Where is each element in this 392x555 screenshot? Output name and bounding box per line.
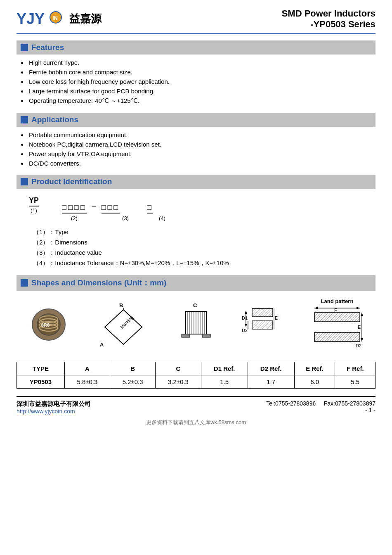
logo-graphic: YJY IN	[17, 8, 66, 29]
diagram-boxes-2: □□□□	[62, 203, 87, 213]
land-pattern-svg: F E D2	[310, 306, 364, 351]
diagram-num-3: (3)	[109, 215, 142, 221]
svg-rect-23	[182, 334, 190, 337]
applications-title: Applications	[31, 115, 78, 124]
product-id-section-header: Product Identification	[17, 175, 375, 189]
website-link[interactable]: http://www.yjycoin.com	[17, 408, 75, 415]
svg-rect-42	[314, 332, 360, 342]
svg-marker-27	[245, 324, 247, 327]
cell-e: 6.0	[294, 375, 335, 389]
cell-type: YP0503	[17, 375, 65, 389]
app-item-3: Power supply for VTR,OA equipment.	[17, 149, 375, 159]
top-view-svg: Marking	[97, 306, 150, 348]
product-line1: SMD Power Inductors	[282, 8, 375, 19]
feature-item-3: Low core loss for high frequency power a…	[17, 77, 375, 86]
cell-f: 5.5	[335, 375, 375, 389]
svg-marker-26	[245, 311, 247, 314]
logo-cn-text: 益嘉源	[69, 12, 102, 26]
footer-right: Tel:0755-27803896 Fax:0755-27803897 - 1 …	[266, 400, 375, 413]
col-f: F Ref.	[335, 362, 375, 375]
company-name: 深圳市益嘉源电子有限公司	[17, 400, 91, 408]
feature-item-2: Ferrite bobbin core and compact size.	[17, 67, 375, 77]
col-a: A	[64, 362, 110, 375]
svg-marker-38	[314, 307, 318, 309]
table-row: YP0503 5.8±0.3 5.2±0.3 3.2±0.3 1.5 1.7 6…	[17, 375, 375, 389]
diagram-cell-1: YP (1)	[29, 196, 39, 213]
diagram-row: YP (1) □□□□ − □□□ □	[29, 196, 375, 213]
svg-rect-29	[252, 308, 273, 317]
col-c: C	[156, 362, 201, 375]
fax-text: Fax:0755-27803897	[324, 400, 375, 407]
feature-item-5: Operating temperature:-40℃ ～+125℃.	[17, 96, 375, 106]
tel-text: Tel:0755-27803896	[266, 400, 316, 407]
land-pattern-diagram: Land pattern F E D2	[310, 298, 364, 352]
cell-d1: 1.5	[201, 375, 248, 389]
app-item-1: Portable communication equipment.	[17, 130, 375, 140]
shapes-title: Shapes and Dimensions (Unit：mm)	[31, 278, 166, 288]
side-view-diagram: C	[177, 302, 215, 348]
col-d1: D1 Ref.	[201, 362, 248, 375]
applications-section-header: Applications	[17, 113, 375, 127]
cell-c: 3.2±0.3	[156, 375, 201, 389]
dimensions-table: TYPE A B C D1 Ref. D2 Ref. E Ref. F Ref.…	[17, 362, 375, 389]
svg-marker-45	[361, 338, 363, 342]
product-line2: -YP0503 Series	[282, 19, 375, 30]
cell-b: 5.2±0.3	[110, 375, 156, 389]
svg-rect-30	[252, 321, 273, 329]
page-footer: 深圳市益嘉源电子有限公司 http://www.yjycoin.com Tel:…	[17, 396, 375, 415]
blue-square-icon-3	[21, 178, 28, 185]
svg-text:6R8: 6R8	[41, 323, 50, 327]
app-item-4: DC/DC converters.	[17, 159, 375, 168]
col-d2: D2 Ref.	[248, 362, 294, 375]
table-header-row: TYPE A B C D1 Ref. D2 Ref. E Ref. F Ref.	[17, 362, 375, 375]
inductor-photo: 6R8	[28, 306, 69, 344]
svg-text:IN: IN	[52, 15, 58, 21]
side-view-svg	[179, 307, 213, 344]
app-item-2: Notebook PC,digital carmera,LCD televisi…	[17, 140, 375, 149]
svg-text:D1: D1	[242, 315, 248, 320]
land-pattern-label: Land pattern	[310, 298, 364, 304]
product-id-details: （1）：Type （2）：Dimensions （3）：Inductance v…	[33, 227, 375, 268]
front-view-svg: D1 E D2	[242, 302, 283, 346]
svg-text:E: E	[275, 315, 278, 320]
detail-row-4: （4）：Inductance Tolerance：N=±30%,M=±20%，L…	[33, 258, 375, 268]
cell-a: 5.8±0.3	[64, 375, 110, 389]
detail-row-2: （2）：Dimensions	[33, 237, 375, 248]
diagram-box-4: □	[147, 203, 153, 213]
col-e: E Ref.	[294, 362, 335, 375]
product-id-diagram: YP (1) □□□□ − □□□ □ (2) (3) (4)	[29, 196, 375, 221]
blue-square-icon	[21, 44, 28, 51]
diagram-num-2: (2)	[54, 215, 95, 221]
svg-text:F: F	[334, 308, 337, 313]
page-number: - 1 -	[365, 407, 375, 413]
features-section-header: Features	[17, 40, 375, 55]
page-header: YJY IN 益嘉源 SMD Power Inductors -YP0503 S…	[17, 8, 375, 34]
svg-text:Marking: Marking	[119, 315, 134, 330]
svg-text:D2: D2	[242, 328, 248, 333]
product-title: SMD Power Inductors -YP0503 Series	[282, 8, 375, 30]
diagram-cell-2: □□□□ − □□□	[62, 202, 120, 213]
features-title: Features	[31, 43, 64, 52]
footer-bottom-note: 更多资料下载请到五八文库wk.58sms.com	[17, 419, 375, 426]
logo-icon: YJY IN	[17, 8, 66, 29]
footer-left: 深圳市益嘉源电子有限公司 http://www.yjycoin.com	[17, 400, 91, 415]
product-id-title: Product Identification	[31, 177, 112, 186]
blue-square-icon-2	[21, 116, 28, 123]
col-b: B	[110, 362, 156, 375]
feature-item-1: High current Type.	[17, 58, 375, 67]
logo-area: YJY IN 益嘉源	[17, 8, 102, 29]
detail-row-1: （1）：Type	[33, 227, 375, 237]
svg-marker-44	[361, 313, 363, 316]
diagram-boxes-3: □□□	[102, 203, 120, 213]
feature-item-4: Large terminal surface for good PCB bond…	[17, 86, 375, 96]
detail-row-3: （3）：Inductance value	[33, 248, 375, 258]
svg-marker-39	[357, 307, 360, 309]
shapes-section-header: Shapes and Dimensions (Unit：mm)	[17, 275, 375, 291]
shapes-diagrams: 6R8 B Marking A C	[17, 294, 375, 358]
label-a: A	[100, 342, 104, 348]
svg-text:E: E	[358, 325, 361, 330]
inductor-svg: 6R8	[28, 306, 69, 343]
col-type: TYPE	[17, 362, 65, 375]
svg-rect-41	[314, 313, 360, 322]
top-view-diagram: B Marking A	[97, 302, 150, 348]
